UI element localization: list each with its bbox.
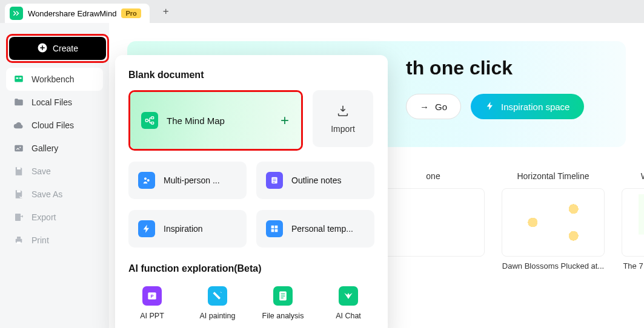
sidebar-item-label: Save As (32, 189, 62, 199)
sidebar: Create WorkbenchLocal FilesCloud FilesGa… (0, 23, 109, 328)
ai-item-ai-painting[interactable]: AI painting (194, 286, 241, 320)
svg-rect-4 (15, 145, 23, 152)
app-name: Wondershare EdrawMind (28, 9, 116, 18)
go-button[interactable]: → Go (406, 94, 461, 119)
mindmap-card[interactable]: The Mind Map + (130, 92, 301, 149)
card-label: Inspiration (164, 224, 203, 234)
gallery-thumbnail[interactable] (502, 188, 605, 257)
sidebar-item-label: Workbench (32, 74, 75, 84)
sidebar-item-label: Print (32, 235, 49, 245)
ai-label: File analysis (262, 312, 304, 320)
svg-rect-20 (271, 229, 274, 232)
card-icon (138, 172, 155, 189)
sidebar-item-label: Export (32, 212, 56, 222)
svg-point-16 (147, 179, 150, 182)
gallery-column: one (382, 171, 485, 271)
cloud-icon (13, 120, 24, 131)
svg-rect-12 (145, 119, 148, 122)
titlebar: Wondershare EdrawMind Pro + (0, 0, 644, 23)
arrow-right-icon: → (420, 102, 429, 112)
card-label: Outline notes (291, 175, 342, 185)
inspiration-space-button[interactable]: Inspiration space (471, 94, 584, 119)
gallery-category-label: Horizontal Timeline (502, 171, 605, 181)
template-card-3[interactable]: Personal temp... (256, 210, 374, 248)
svg-rect-10 (17, 237, 21, 239)
gallery-icon (13, 143, 24, 154)
ai-icon (273, 286, 293, 306)
svg-rect-8 (15, 214, 21, 221)
create-button[interactable]: Create (9, 37, 106, 60)
import-card[interactable]: Import (313, 90, 373, 147)
pro-badge: Pro (121, 8, 141, 18)
template-card-2[interactable]: Inspiration (128, 210, 247, 248)
svg-point-5 (19, 146, 21, 148)
workbench-icon (13, 74, 24, 85)
sidebar-item-export[interactable]: Export (6, 206, 103, 229)
mindmap-highlight-box: The Mind Map + (128, 90, 303, 151)
create-highlight-box: Create (6, 34, 109, 63)
ai-icon (208, 286, 227, 306)
sidebar-item-workbench[interactable]: Workbench (6, 68, 103, 91)
template-card-0[interactable]: Multi-person ... (128, 162, 247, 199)
app-logo-icon (10, 7, 23, 20)
template-card-1[interactable]: Outline notes (256, 162, 374, 199)
svg-rect-6 (17, 167, 21, 169)
ai-icon (339, 286, 358, 306)
svg-rect-18 (271, 226, 274, 229)
ai-icon: P (142, 286, 162, 306)
bolt-icon (485, 101, 495, 113)
sidebar-item-label: Gallery (32, 143, 58, 153)
folder-icon (13, 97, 24, 108)
ai-item-ai-ppt[interactable]: PAI PPT (128, 286, 176, 320)
new-tab-button[interactable]: + (157, 2, 175, 21)
plus-icon: + (281, 112, 289, 129)
gallery-caption: The 7 Habits of Highly Effe... (622, 261, 644, 271)
mindmap-label: The Mind Map (167, 116, 225, 126)
svg-rect-7 (17, 190, 21, 192)
plus-circle-icon (37, 42, 48, 55)
svg-rect-21 (275, 229, 278, 232)
card-icon (138, 220, 155, 237)
ai-item-file-analysis[interactable]: File analysis (259, 286, 307, 320)
gallery-category-label: one (382, 171, 485, 181)
mindmap-icon (141, 112, 158, 129)
svg-rect-19 (275, 226, 278, 229)
svg-rect-14 (151, 122, 154, 124)
svg-point-15 (144, 177, 147, 180)
print-icon (13, 235, 24, 246)
sidebar-item-save[interactable]: Save (6, 160, 103, 183)
inspiration-label: Inspiration space (501, 102, 569, 112)
sidebar-item-cloud-files[interactable]: Cloud Files (6, 114, 103, 137)
sidebar-item-print[interactable]: Print (6, 229, 103, 252)
ai-item-ai-chat[interactable]: AI Chat (325, 286, 372, 320)
ai-label: AI Chat (336, 312, 361, 320)
gallery-caption: Dawn Blossoms Plucked at... (502, 261, 605, 271)
import-icon (336, 104, 350, 119)
sidebar-item-save-as[interactable]: Save As (6, 183, 103, 206)
card-label: Personal temp... (291, 224, 353, 234)
import-label: Import (331, 124, 355, 134)
svg-rect-1 (15, 76, 23, 82)
svg-rect-13 (151, 117, 154, 119)
gallery-column: Winding TimelineThe 7 Habits of Highly E… (622, 171, 644, 271)
card-icon (266, 172, 283, 189)
svg-rect-3 (19, 77, 22, 79)
ai-label: AI PPT (140, 312, 164, 320)
svg-rect-2 (16, 77, 19, 79)
create-flyout: Blank document The Mind Map + Import Mul… (115, 55, 388, 328)
create-label: Create (53, 44, 78, 53)
ai-section-title: AI function exploration(Beta) (128, 263, 374, 274)
card-icon (266, 220, 283, 237)
sidebar-item-local-files[interactable]: Local Files (6, 91, 103, 114)
sidebar-item-label: Cloud Files (32, 120, 74, 130)
sidebar-item-label: Save (32, 166, 51, 176)
plus-icon: + (163, 5, 169, 18)
sidebar-item-gallery[interactable]: Gallery (6, 137, 103, 160)
ai-label: AI painting (199, 312, 235, 320)
app-tab[interactable]: Wondershare EdrawMind Pro (5, 4, 150, 23)
svg-text:P: P (150, 294, 153, 299)
sidebar-item-label: Local Files (32, 97, 72, 107)
go-label: Go (435, 102, 447, 112)
gallery-thumbnail[interactable] (622, 188, 644, 257)
gallery-thumbnail[interactable] (382, 188, 485, 257)
